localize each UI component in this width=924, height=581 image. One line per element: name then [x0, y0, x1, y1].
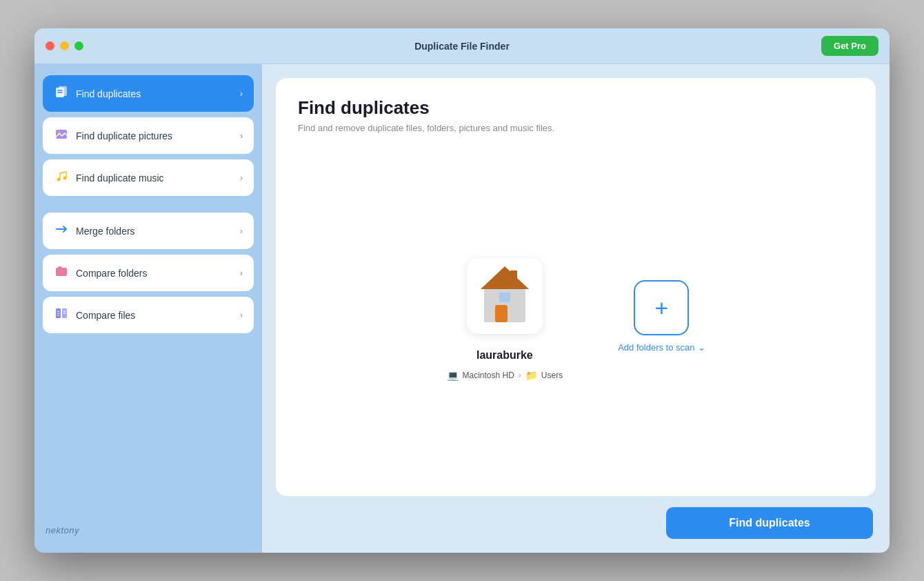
main-area: Find duplicates › Find duplicate picture…: [34, 64, 890, 553]
find-duplicates-action-button[interactable]: Find duplicates: [666, 507, 873, 539]
add-folders-label: Add folders to scan ⌄: [618, 342, 705, 353]
macintosh-hd-icon: 💻: [447, 370, 459, 381]
minimize-button[interactable]: [60, 41, 69, 50]
app-window: Duplicate File Finder Get Pro Fin: [34, 28, 890, 553]
sidebar-footer: nektony: [43, 518, 254, 542]
compare-folders-chevron: ›: [240, 268, 243, 278]
sidebar-item-compare-files-label: Compare files: [76, 310, 135, 321]
path-part1: Macintosh HD: [463, 371, 514, 380]
sidebar-item-compare-folders-label: Compare folders: [76, 268, 148, 279]
path-part2: Users: [541, 371, 563, 380]
content-area: Find duplicates Find and remove duplicat…: [262, 64, 890, 553]
sidebar-item-find-duplicates[interactable]: Find duplicates ›: [43, 75, 254, 112]
sidebar-item-find-duplicate-music[interactable]: Find duplicate music ›: [43, 159, 254, 196]
sidebar-item-find-duplicates-label: Find duplicates: [76, 88, 141, 99]
sidebar-item-compare-files[interactable]: Compare files ›: [43, 297, 254, 333]
home-folder-item: lauraburke 💻 Macintosh HD › 📁 Users: [447, 251, 563, 381]
add-folders-chevron: ⌄: [698, 342, 705, 353]
music-icon: [54, 169, 69, 186]
svg-rect-1: [59, 86, 67, 96]
pictures-chevron: ›: [240, 131, 243, 141]
svg-point-6: [57, 178, 61, 181]
path-separator: ›: [519, 371, 521, 380]
music-chevron: ›: [240, 173, 243, 183]
close-button[interactable]: [46, 41, 54, 50]
sidebar-item-compare-folders[interactable]: Compare folders ›: [43, 255, 254, 291]
find-duplicates-chevron: ›: [240, 89, 243, 99]
page-title: Find duplicates: [298, 97, 854, 119]
svg-rect-20: [495, 305, 508, 322]
svg-point-7: [63, 177, 67, 180]
sidebar-item-find-duplicate-pictures[interactable]: Find duplicate pictures ›: [43, 117, 254, 154]
page-subtitle: Find and remove duplicate files, folders…: [298, 123, 854, 133]
sidebar-item-merge-folders[interactable]: Merge folders ›: [43, 213, 254, 249]
pictures-icon: [54, 127, 69, 144]
maximize-button[interactable]: [74, 41, 83, 50]
titlebar: Duplicate File Finder Get Pro: [34, 28, 890, 64]
get-pro-button[interactable]: Get Pro: [821, 36, 878, 56]
compare-files-chevron: ›: [240, 311, 243, 320]
sidebar: Find duplicates › Find duplicate picture…: [34, 64, 262, 553]
traffic-lights: [46, 41, 83, 50]
content-card: Find duplicates Find and remove duplicat…: [276, 78, 876, 496]
find-duplicates-icon: [54, 85, 69, 102]
house-icon: [460, 251, 550, 341]
plus-icon: +: [654, 296, 668, 319]
sidebar-item-pictures-label: Find duplicate pictures: [76, 130, 172, 141]
add-folders-button[interactable]: + Add folders to scan ⌄: [618, 280, 705, 353]
sidebar-item-music-label: Find duplicate music: [76, 173, 164, 184]
merge-chevron: ›: [240, 226, 243, 236]
users-folder-icon: 📁: [525, 370, 537, 381]
add-folder-plus-box: +: [634, 280, 689, 335]
app-title: Duplicate File Finder: [414, 41, 510, 52]
folder-path: 💻 Macintosh HD › 📁 Users: [447, 370, 563, 381]
nektony-logo: nektony: [46, 525, 79, 535]
compare-folders-icon: [54, 264, 69, 282]
scan-area: lauraburke 💻 Macintosh HD › 📁 Users +: [298, 155, 854, 477]
svg-rect-19: [499, 293, 510, 302]
sidebar-item-merge-label: Merge folders: [76, 226, 135, 237]
folder-name: lauraburke: [476, 349, 533, 362]
compare-files-icon: [54, 306, 69, 324]
merge-folders-icon: [54, 222, 69, 239]
svg-rect-17: [510, 270, 517, 283]
footer-bar: Find duplicates: [276, 507, 876, 539]
